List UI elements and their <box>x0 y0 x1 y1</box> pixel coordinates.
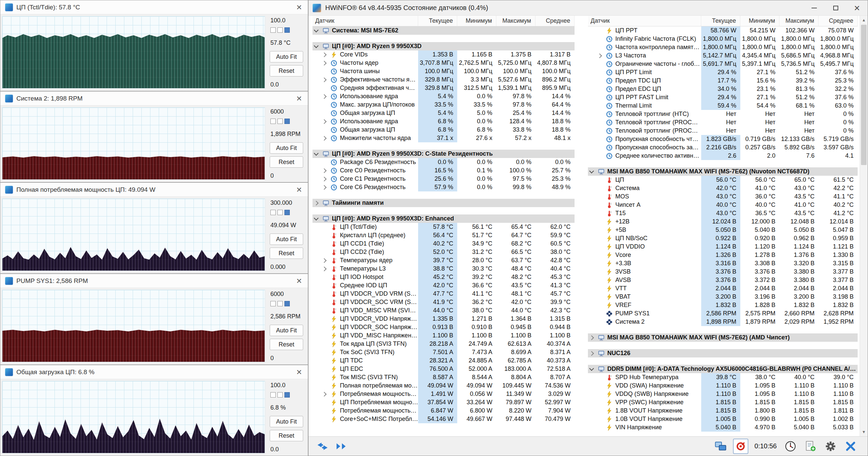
graph-checkbox-3[interactable] <box>284 210 290 215</box>
graph-titlebar[interactable]: PUMP SYS1: 2,586 RPM × <box>0 274 308 288</box>
collapse-chevron-icon[interactable] <box>314 151 318 156</box>
collapse-chevron-icon[interactable] <box>314 43 318 48</box>
sensor-row[interactable]: Макс. загрузка ЦП/потоков33.5 %33.5 %97.… <box>312 101 575 109</box>
sensor-row[interactable]: ЦП (Tctl/Tdie)57.8 °C56.1 °C65.4 °C62.0 … <box>312 223 575 231</box>
sensor-row[interactable]: PUMP SYS12,586 RPM2,575 RPM2,660 RPM2,62… <box>588 310 858 318</box>
sensor-row[interactable]: Средняя эффективная частота329.8 МГц312.… <box>312 84 575 92</box>
clock-button[interactable] <box>783 438 798 454</box>
expand-chevron-icon[interactable] <box>322 52 327 57</box>
graph-checkbox-3[interactable] <box>284 119 290 124</box>
graph-checkbox-2[interactable] <box>277 27 283 33</box>
sensor-section-row[interactable]: MSI MAG B850 TOMAHAWK MAX WIFI (MS-7E62)… <box>588 333 858 342</box>
sensor-row[interactable]: Общая загрузка ЦП5.4 %5.0 %25.4 %14.4 % <box>312 109 575 117</box>
reset-button[interactable]: Reset <box>270 156 303 168</box>
sensor-row[interactable]: Использование ядра6.8 %0.0 %128.4 %18.8 … <box>312 117 575 126</box>
sensor-row[interactable]: 3VSB3.376 В3.376 В3.380 В3.377 В <box>588 268 858 276</box>
sensor-row[interactable]: Тепловой троттлинг (PROCHOT ...НетНетНет… <box>588 118 858 127</box>
graph-checkbox-2[interactable] <box>277 119 283 124</box>
sensor-row[interactable]: 1.8B VOUT Напряжение1.815 В1.800 В1.815 … <box>588 406 858 415</box>
sensor-section-row[interactable]: NUC126 <box>588 349 858 357</box>
sensor-section-row[interactable]: Система: MSI MS-7E62 <box>312 26 575 35</box>
column-header-avg[interactable]: Среднее <box>535 16 575 26</box>
reset-button[interactable]: Reset <box>270 248 303 259</box>
auto-fit-button[interactable]: Auto Fit <box>270 325 303 336</box>
scroll-down-icon[interactable]: ▼ <box>860 428 868 436</box>
graph-titlebar[interactable]: Общая загрузка ЦП: 6.8 % × <box>0 365 308 379</box>
sensor-row[interactable]: ЦП VDDCR_SOC VRM (SVI3 TFN)41.9 °C36.2 °… <box>312 298 575 306</box>
sensor-row[interactable]: Core C1 Резидентность25.6 %0.0 %97.5 %25… <box>312 175 575 183</box>
column-header-avg[interactable]: Среднее <box>818 16 858 26</box>
sensor-row[interactable]: Ток MISC (SVI3 TFN)8.587 A8.544 A8.804 A… <box>312 373 575 382</box>
sensor-row[interactable]: Температуры ядер39.7 °C28.0 °C63.7 °C42.… <box>312 256 575 265</box>
sensor-section-row[interactable]: MSI MAG B850 TOMAHAWK MAX WIFI (MS-7E62)… <box>588 167 858 176</box>
sensor-row[interactable]: ЦП VDD_MISC Напряжение (SVI3...1.100 В1.… <box>312 331 575 340</box>
sensor-row[interactable]: Предел EDC ЦП34.0 %23.1 %81.3 %32.2 % <box>588 85 858 93</box>
sensor-row[interactable]: ЦП PPT FAST Limit29.4 %27.1 %51.2 %37.6 … <box>588 93 858 102</box>
column-header-current[interactable]: Текущее <box>701 16 740 26</box>
sensor-row[interactable]: Пропускная способность записи ...2.216 G… <box>588 143 858 152</box>
maximize-button[interactable] <box>825 0 846 15</box>
auto-fit-button[interactable]: Auto Fit <box>270 142 303 154</box>
sensor-row[interactable]: ЦП TDC28.321 A24.885 A62.785 A40.373 A <box>312 356 575 365</box>
sensor-row[interactable]: Vcore1.326 В1.278 В1.376 В1.330 В <box>588 251 858 259</box>
sensor-row[interactable]: Среднее IOD ЦП42.0 °C36.6 °C43.5 °C41.3 … <box>312 281 575 290</box>
hwinfo-logo-button[interactable] <box>733 438 748 454</box>
sensor-row[interactable]: Использование ядра5.4 %0.0 %97.8 %14.4 % <box>312 92 575 101</box>
sensor-row[interactable]: Предел TDC ЦП17.7 %15.6 %39.2 %25.3 % <box>588 76 858 85</box>
graph-checkbox-3[interactable] <box>284 27 290 33</box>
sensor-row[interactable]: VDD (SWA) Напряжение1.110 В1.095 В1.110 … <box>588 382 858 390</box>
expand-chevron-icon[interactable] <box>322 185 327 189</box>
sensor-row[interactable]: ЦП NB/SoC0.922 В0.920 В0.962 В0.959 В <box>588 234 858 242</box>
sensor-row[interactable]: Общая загрузка ЦП6.8 %6.8 %33.8 %18.8 % <box>312 126 575 134</box>
column-header-sensor[interactable]: Датчик <box>588 16 701 26</box>
sensor-row[interactable]: VPP (SWC) Напряжение1.815 В1.815 В1.815 … <box>588 398 858 406</box>
expand-chevron-icon[interactable] <box>322 136 327 140</box>
expand-chevron-icon[interactable] <box>322 176 327 181</box>
expand-chevron-icon[interactable] <box>322 61 327 65</box>
column-header-min[interactable]: Минимум <box>740 16 779 26</box>
sensor-row[interactable]: ЦП VDD_MISC VRM (SVI3 TFN)44.0 °C38.0 °C… <box>312 306 575 315</box>
expand-chevron-icon[interactable] <box>322 119 327 124</box>
sensor-row[interactable]: Множители частоты ядра37.1 x27.6 x57.2 x… <box>312 134 575 142</box>
column-header-current[interactable]: Текущее <box>418 16 457 26</box>
sensor-row[interactable]: ЦП PPT Limit29.4 %27.1 %51.2 %37.6 % <box>588 68 858 76</box>
scroll-up-icon[interactable]: ▲ <box>860 16 868 24</box>
close-icon[interactable]: × <box>295 367 303 377</box>
expand-chevron-icon[interactable] <box>589 335 594 340</box>
sensor-row[interactable]: ЦП CCD1 (Tdie)40.2 °C34.9 °C68.2 °C60.5 … <box>312 239 575 248</box>
sensor-row[interactable]: Core C6 Резидентность57.9 %0.0 %99.8 %48… <box>312 183 575 191</box>
sensor-row[interactable]: Система 21,898 RPM1,879 RPM2,029 RPM1,95… <box>588 318 858 326</box>
close-button[interactable]: × <box>846 0 868 15</box>
column-header-sensor[interactable]: Датчик <box>312 16 418 26</box>
remote-monitoring-button[interactable] <box>713 438 728 454</box>
reset-button[interactable]: Reset <box>270 339 303 350</box>
close-icon[interactable]: × <box>295 94 303 103</box>
auto-fit-button[interactable]: Auto Fit <box>270 233 303 245</box>
sensor-row[interactable]: +5В5.050 В5.040 В5.050 В5.047 В <box>588 226 858 234</box>
sensor-row[interactable]: ЦП56.0 °C56.0 °C65.0 °C61.5 °C <box>588 176 858 184</box>
vertical-scrollbar[interactable]: ▲ ▼ <box>860 16 868 436</box>
sensor-row[interactable]: 1.0B VOUT Напряжение1.005 В0.990 В1.005 … <box>588 415 858 423</box>
graph-checkbox-1[interactable] <box>270 119 276 124</box>
sensor-row[interactable]: Ограничение частоты - глобально5,691.7 М… <box>588 60 858 68</box>
sensor-section-row[interactable]: ЦП [#0]: AMD Ryzen 9 9950X3D: Enhanced <box>312 215 575 223</box>
sensor-row[interactable]: Потребляемая мощность ядер1.491 W0.056 W… <box>312 390 575 398</box>
sensor-row[interactable]: Потребляемая мощность ЦП на к...6.847 W6… <box>312 406 575 415</box>
scrollbar-thumb[interactable] <box>861 25 867 165</box>
sensor-row[interactable]: Тепловой троттлинг (PROCHOT ...НетНетНет… <box>588 127 858 135</box>
sensor-row[interactable]: AVSB3.376 В3.372 В3.380 В3.377 В <box>588 276 858 284</box>
sensor-row[interactable]: Thermal Limit59.4 %54.4 %68.1 %63.0 % <box>588 102 858 110</box>
graph-checkbox-3[interactable] <box>284 301 290 306</box>
expand-chevron-icon[interactable] <box>314 200 318 205</box>
sensor-row[interactable]: Полная потребляемая мощность ...49.094 W… <box>312 382 575 390</box>
expand-chevron-icon[interactable] <box>322 258 327 263</box>
sensor-row[interactable]: Температуры L338.8 °C30.3 °C48.4 °C40.4 … <box>312 265 575 273</box>
settings-button[interactable] <box>823 438 838 454</box>
graph-checkbox-1[interactable] <box>270 210 276 215</box>
expand-chevron-icon[interactable] <box>322 94 327 99</box>
sensor-row[interactable]: ЦП VDDCR_SOC Напряжение (SV...0.913 В0.9… <box>312 323 575 331</box>
sensor-row[interactable]: VBAT3.200 В3.196 В3.200 В3.198 В <box>588 293 858 301</box>
reset-button[interactable]: Reset <box>270 65 303 76</box>
sensor-row[interactable]: Среднее количество активных ядер2.62.07.… <box>588 152 858 160</box>
close-icon[interactable]: × <box>295 185 303 194</box>
